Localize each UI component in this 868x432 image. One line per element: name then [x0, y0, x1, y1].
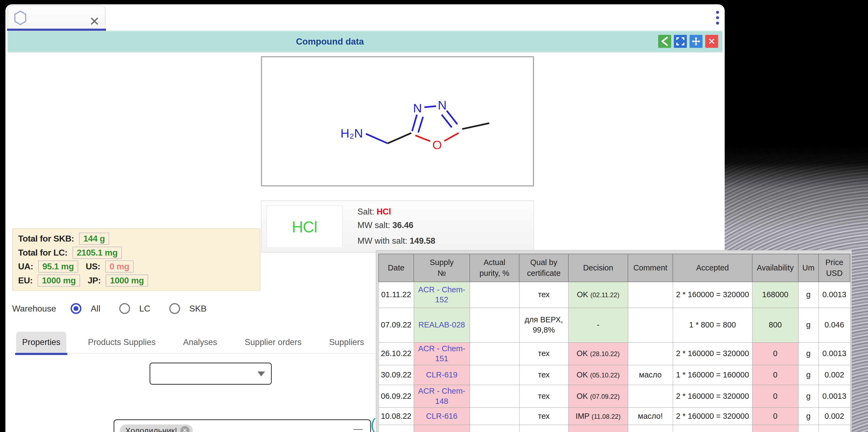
- close-window-button[interactable]: ✕: [705, 35, 718, 48]
- kebab-menu-icon[interactable]: [716, 11, 868, 25]
- radio-all[interactable]: [70, 303, 82, 314]
- radio-skb[interactable]: [169, 303, 180, 314]
- supply-link[interactable]: ACR - Chem-148: [418, 387, 465, 405]
- chevron-down-icon: [257, 371, 265, 376]
- tab-label: Products Supplies: [88, 337, 155, 347]
- jp-label: JP:: [88, 275, 101, 286]
- tab-products-supplies[interactable]: Products Supplies: [82, 332, 161, 353]
- hexagon-logo-icon: [14, 10, 27, 25]
- supply-link[interactable]: ACR - Chem-151: [418, 344, 465, 363]
- column-header[interactable]: Date: [378, 254, 414, 282]
- clear-icon[interactable]: —: [353, 423, 363, 432]
- mw-salt-line: MW salt: 36.46: [358, 221, 435, 230]
- cell-decision: IMP (11.08.22): [568, 408, 628, 425]
- supply-link[interactable]: CLR-619: [426, 370, 457, 379]
- cell-um: g: [798, 342, 818, 365]
- tab-suppliers[interactable]: Suppliers: [323, 332, 370, 353]
- table-row: 01.11.22ACR - Chem-152техOK (02.11.22)2 …: [378, 282, 850, 308]
- salt-badge: HCl: [266, 205, 343, 248]
- column-header[interactable]: Price USD: [818, 254, 850, 282]
- supply-link[interactable]: CLR-616: [426, 412, 457, 420]
- salt-panel: HCl Salt: HCl MW salt: 36.46 MW with sal…: [261, 200, 534, 253]
- cell-actual-purity: [470, 282, 519, 308]
- cell-availability: 0: [752, 342, 798, 365]
- screen: ✕ Compound data ✕: [0, 0, 868, 432]
- radio-lc[interactable]: [119, 303, 130, 314]
- cell-availability: 0: [752, 385, 798, 407]
- decision-date: (05.10.22): [590, 371, 620, 379]
- eu-value: 1000 mg: [38, 274, 80, 287]
- cell-actual-purity: [470, 342, 519, 365]
- salt-badge-text: HCl: [292, 218, 317, 236]
- cell-comment: зразок: [628, 425, 673, 432]
- cell-decision: OK (09.08.22): [568, 425, 628, 432]
- cell-date: 30.09.22: [378, 365, 414, 385]
- tab-close-icon[interactable]: ✕: [89, 15, 100, 28]
- cell-price: 0.0013: [818, 282, 850, 308]
- tab-label: Suppliers: [329, 337, 364, 347]
- table-row: 26.10.22ACR - Chem-151техOK (28.10.22)2 …: [378, 342, 850, 365]
- weighing-chip: Холодильник! ✕: [120, 425, 193, 432]
- tab-properties[interactable]: Properties: [16, 332, 66, 353]
- total-skb-label: Total for SKB:: [18, 234, 74, 244]
- tab-label: Analyses: [183, 337, 217, 347]
- ua-label: UA:: [18, 262, 33, 271]
- column-header[interactable]: Accepted: [673, 254, 752, 282]
- mw-salt-label: MW salt:: [358, 221, 390, 230]
- cell-accepted: 1 * 800 = 800: [673, 308, 752, 342]
- fullscreen-button[interactable]: [674, 35, 687, 48]
- cell-availability: 0: [752, 425, 798, 432]
- supply-link[interactable]: REALAB-028: [418, 321, 465, 329]
- column-header[interactable]: Availability: [752, 254, 798, 282]
- decision-date: (02.11.22): [590, 291, 620, 299]
- total-skb-value: 144 g: [79, 233, 109, 245]
- cell-um: g: [798, 308, 818, 342]
- decision-date: (11.08.22): [592, 413, 621, 420]
- share-button[interactable]: [658, 35, 671, 48]
- move-icon: [691, 37, 701, 46]
- radio-lc-label[interactable]: LC: [139, 304, 150, 314]
- supply-link[interactable]: ACR - Chem-152: [418, 285, 465, 304]
- amine-atom-label: H₂N: [340, 127, 363, 140]
- column-header[interactable]: Comment: [628, 254, 673, 282]
- cell-decision: OK (28.10.22): [568, 342, 628, 365]
- cell-comment: [628, 385, 673, 407]
- cell-supply: CLR-616: [414, 408, 470, 425]
- salt-line: Salt: HCl: [358, 207, 435, 217]
- document-tab[interactable]: ✕: [7, 5, 105, 29]
- close-icon: ✕: [708, 37, 716, 46]
- cell-um: g: [798, 282, 818, 308]
- structure-viewer[interactable]: H₂N N N O: [261, 56, 534, 187]
- supply-table: DateSupply №Actual purity, %Qual by cert…: [378, 254, 850, 432]
- cell-supply: REALAB-028: [414, 308, 470, 342]
- tab-supplier-orders[interactable]: Supplier orders: [239, 332, 307, 353]
- cell-availability: 800: [752, 308, 798, 342]
- table-row: 10.08.22CLR-616техIMP (11.08.22)масло!2 …: [378, 408, 850, 425]
- column-header[interactable]: Um: [798, 254, 818, 282]
- tab-bar: Properties Products Supplies Analyses Su…: [16, 332, 370, 353]
- column-header[interactable]: Qual by certificate: [519, 254, 568, 282]
- move-button[interactable]: [689, 35, 703, 48]
- cell-decision: OK (02.11.22): [568, 282, 628, 308]
- cell-actual-purity: [470, 425, 519, 432]
- nmr-select[interactable]: [150, 363, 272, 385]
- remove-chip-icon[interactable]: ✕: [180, 426, 190, 432]
- cell-date: 06.09.22: [378, 385, 414, 407]
- tab-analyses[interactable]: Analyses: [177, 332, 223, 353]
- column-header[interactable]: Decision: [568, 254, 628, 282]
- column-header[interactable]: Actual purity, %: [470, 254, 519, 282]
- cell-accepted: 1 * 800 = 800: [673, 425, 752, 432]
- weighing-conditions-box[interactable]: Холодильник! ✕ —: [114, 419, 371, 432]
- cell-price: 0.0013: [818, 342, 850, 365]
- cell-price: 0.046: [818, 308, 850, 342]
- total-lc-label: Total for LC:: [18, 248, 68, 258]
- radio-all-label[interactable]: All: [91, 304, 100, 314]
- cell-accepted: 2 * 160000 = 320000: [673, 282, 752, 308]
- cell-um: g: [798, 408, 818, 425]
- nitrogen-atom-label: N: [438, 98, 447, 112]
- radio-skb-label[interactable]: SKB: [189, 304, 207, 314]
- cell-qual: тех: [519, 282, 568, 308]
- collapse-handle-icon[interactable]: (: [370, 415, 376, 432]
- cell-price: 0.002: [818, 365, 850, 385]
- column-header[interactable]: Supply №: [414, 254, 470, 282]
